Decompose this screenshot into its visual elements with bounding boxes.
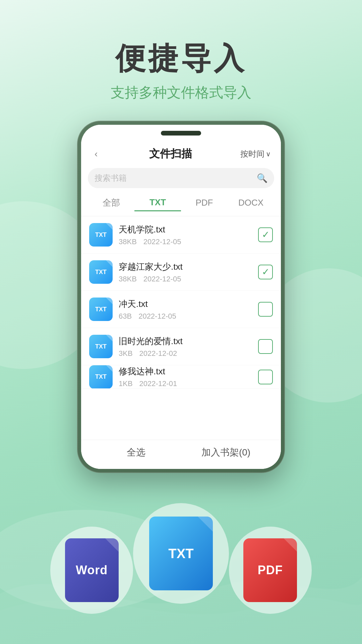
chevron-down-icon: ∨ [266,150,271,158]
file-meta: 38KB 2022-12-05 [119,237,252,246]
format-bubbles: Word TXT PDF [50,503,312,614]
pdf-label: PDF [258,563,283,577]
txt-icon-large: TXT [149,517,213,590]
pdf-icon: PDF [243,538,297,602]
file-size: 1KB [119,379,133,388]
file-info: 冲天.txt 63B 2022-12-05 [119,298,252,321]
file-checkbox[interactable] [258,339,273,354]
file-meta: 38KB 2022-12-05 [119,275,252,283]
tab-pdf[interactable]: PDF [181,195,228,211]
phone-screen: ‹ 文件扫描 按时间 ∨ 搜索书籍 🔍 [81,125,281,469]
sub-title: 支持多种文件格式导入 [0,83,362,102]
word-bubble: Word [50,527,133,614]
file-type-icon: TXT [89,365,113,389]
file-date: 2022-12-05 [143,275,181,283]
file-checkbox[interactable] [258,370,273,384]
file-item[interactable]: TXT 穿越江家大少.txt 38KB 2022-12-05 ✓ [81,254,281,291]
file-type-icon: TXT [89,335,113,358]
sort-label: 按时间 [240,149,264,159]
file-name: 冲天.txt [119,298,252,310]
file-item[interactable]: TXT 冲天.txt 63B 2022-12-05 [81,291,281,328]
file-meta: 3KB 2022-12-02 [119,349,252,358]
file-item[interactable]: TXT 天机学院.txt 38KB 2022-12-05 ✓ [81,216,281,254]
checkmark-icon: ✓ [262,230,269,239]
file-checkbox[interactable]: ✓ [258,265,273,279]
nav-title: 文件扫描 [149,147,192,161]
txt-label: TXT [168,546,194,561]
search-placeholder: 搜索书籍 [95,173,253,183]
search-bar-wrapper: 搜索书籍 🔍 [81,168,281,194]
file-item[interactable]: TXT 修我达神.txt 1KB 2022-12-01 [81,365,281,389]
back-button[interactable]: ‹ [91,147,101,161]
bottom-bar: 全选 加入书架(0) [81,440,281,469]
file-date: 2022-12-05 [143,237,181,246]
word-icon: Word [65,538,119,602]
file-name: 修我达神.txt [119,366,252,377]
file-info: 修我达神.txt 1KB 2022-12-01 [119,366,252,388]
file-info: 穿越江家大少.txt 38KB 2022-12-05 [119,261,252,283]
file-type-icon: TXT [89,223,113,247]
file-checkbox[interactable]: ✓ [258,227,273,242]
file-name: 穿越江家大少.txt [119,261,252,273]
file-info: 天机学院.txt 38KB 2022-12-05 [119,224,252,246]
tab-txt[interactable]: TXT [134,195,181,211]
phone-notch [161,131,201,136]
file-name: 旧时光的爱情.txt [119,335,252,347]
file-meta: 63B 2022-12-05 [119,312,252,321]
file-checkbox[interactable] [258,302,273,317]
word-label: Word [76,563,108,577]
sort-button[interactable]: 按时间 ∨ [240,149,271,159]
file-type-icon: TXT [89,298,113,321]
search-bar[interactable]: 搜索书籍 🔍 [88,168,274,188]
phone-mockup: ‹ 文件扫描 按时间 ∨ 搜索书籍 🔍 [77,121,285,473]
file-date: 2022-12-05 [138,312,176,321]
file-info: 旧时光的爱情.txt 3KB 2022-12-02 [119,335,252,358]
file-meta: 1KB 2022-12-01 [119,379,252,388]
phone-frame: ‹ 文件扫描 按时间 ∨ 搜索书籍 🔍 [77,121,285,473]
select-all-button[interactable]: 全选 [91,446,181,459]
checkmark-icon: ✓ [262,267,269,277]
page-header: 便捷导入 支持多种文件格式导入 [0,0,362,102]
file-date: 2022-12-02 [139,349,177,358]
file-name: 天机学院.txt [119,224,252,235]
app-content: ‹ 文件扫描 按时间 ∨ 搜索书籍 🔍 [81,125,281,469]
tab-bar: 全部 TXT PDF DOCX [81,194,281,216]
tab-docx[interactable]: DOCX [228,195,274,211]
file-type-icon: TXT [89,260,113,284]
file-item[interactable]: TXT 旧时光的爱情.txt 3KB 2022-12-02 [81,328,281,365]
search-icon: 🔍 [257,173,267,183]
add-shelf-button[interactable]: 加入书架(0) [181,446,271,459]
file-date: 2022-12-01 [139,379,177,388]
file-size: 3KB [119,349,133,358]
main-title: 便捷导入 [0,40,362,76]
file-list: TXT 天机学院.txt 38KB 2022-12-05 ✓ [81,216,281,440]
pdf-bubble: PDF [229,527,312,614]
file-size: 63B [119,312,132,321]
file-size: 38KB [119,237,137,246]
tab-all[interactable]: 全部 [88,194,134,211]
file-size: 38KB [119,275,137,283]
txt-bubble: TXT [133,503,229,604]
